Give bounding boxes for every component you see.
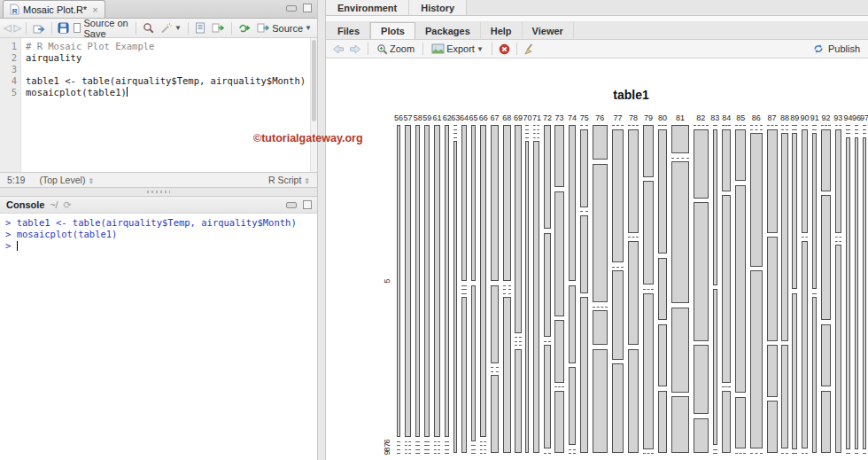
code-tools-wand-icon[interactable]: ▼ xyxy=(159,21,183,35)
code-editor[interactable]: 1 # R Mosaic Plot Example 2 airquality 3… xyxy=(0,38,317,172)
tab-plots[interactable]: Plots xyxy=(370,22,415,39)
x-tick-label: 85 xyxy=(736,113,745,122)
open-in-new-window-icon[interactable] xyxy=(31,22,47,35)
goto-directory-icon[interactable]: ⟳ xyxy=(63,199,71,211)
mosaic-zero-cell xyxy=(503,289,511,290)
source-button[interactable]: Source ▼ xyxy=(255,21,314,35)
mosaic-cell xyxy=(821,195,830,320)
maximize-icon[interactable] xyxy=(303,4,312,12)
mosaic-cell xyxy=(480,125,486,437)
tab-history[interactable]: History xyxy=(409,0,467,15)
mosaic-zero-cell xyxy=(812,125,818,126)
line-number: 1 xyxy=(0,41,21,52)
mosaic-cell xyxy=(722,129,731,191)
forward-icon[interactable]: ▷ xyxy=(13,22,20,34)
mosaic-column xyxy=(792,125,797,453)
console-output[interactable]: > table1 <- table(airquality$Temp, airqu… xyxy=(0,214,317,460)
mosaic-cell xyxy=(612,270,624,360)
mosaic-zero-cell xyxy=(812,129,818,130)
x-tick-label: 69 xyxy=(514,113,523,122)
mosaic-cell xyxy=(628,349,639,453)
tab-packages[interactable]: Packages xyxy=(415,22,481,39)
mosaic-cell xyxy=(863,137,866,449)
vertical-splitter[interactable] xyxy=(317,0,326,460)
run-line-icon[interactable] xyxy=(210,21,227,35)
mosaic-cell xyxy=(812,133,818,289)
mosaic-cell xyxy=(405,125,411,437)
divider xyxy=(136,22,136,35)
mosaic-zero-cell xyxy=(515,337,521,338)
mosaic-column xyxy=(445,125,450,453)
mosaic-zero-cell xyxy=(767,125,778,126)
x-tick-label: 87 xyxy=(767,113,776,122)
x-tick-label: 92 xyxy=(822,113,831,122)
tab-close-icon[interactable]: × xyxy=(92,4,97,15)
console-pane-controls xyxy=(286,200,312,209)
line-number: 5 xyxy=(0,87,21,98)
mosaic-zero-cell xyxy=(453,125,457,126)
mosaic-column xyxy=(767,125,778,453)
mosaic-column xyxy=(580,125,588,453)
mosaic-zero-cell xyxy=(480,441,486,442)
x-tick-label: 75 xyxy=(580,113,589,122)
maximize-icon[interactable] xyxy=(303,200,312,209)
tab-files[interactable]: Files xyxy=(328,22,370,39)
x-tick-label: 70 xyxy=(523,113,531,122)
mosaic-zero-cell xyxy=(612,125,624,126)
tab-mosaic-plot-r[interactable]: R Mosaic Plot.R* × xyxy=(3,0,105,18)
file-type-selector[interactable]: R Script⇕ xyxy=(268,175,310,185)
mosaic-cell xyxy=(424,125,430,437)
source-on-save-checkbox[interactable] xyxy=(74,23,81,33)
mosaic-zero-cell xyxy=(515,341,521,342)
mosaic-cell xyxy=(569,125,577,281)
mosaic-zero-cell xyxy=(855,133,858,134)
mosaic-cell xyxy=(671,161,689,303)
save-icon[interactable] xyxy=(56,21,71,35)
mosaic-cell xyxy=(846,137,851,449)
next-plot-icon[interactable] xyxy=(349,44,361,54)
mosaic-zero-cell xyxy=(802,453,808,454)
mosaic-cell xyxy=(471,125,477,281)
previous-plot-icon[interactable] xyxy=(332,44,345,54)
compile-notebook-icon[interactable] xyxy=(193,21,207,35)
back-icon[interactable]: ◁ xyxy=(4,22,11,34)
divider xyxy=(26,22,27,35)
mosaic-zero-cell xyxy=(628,125,639,126)
scrollbar-thumb[interactable] xyxy=(312,40,316,121)
mosaic-zero-cell xyxy=(554,386,563,387)
tab-help[interactable]: Help xyxy=(481,22,523,39)
mosaic-zero-cell xyxy=(405,445,411,446)
find-replace-icon[interactable] xyxy=(141,21,156,35)
mosaic-zero-cell xyxy=(461,285,467,286)
tab-environment[interactable]: Environment xyxy=(326,0,409,15)
clear-all-plots-broom-icon[interactable] xyxy=(523,43,535,55)
editor-scrollbar[interactable] xyxy=(310,38,317,172)
remove-plot-icon[interactable] xyxy=(499,43,510,55)
mosaic-zero-cell xyxy=(491,367,499,368)
mosaic-zero-cell xyxy=(713,449,718,450)
minimize-icon[interactable] xyxy=(286,202,297,208)
mosaic-zero-cell xyxy=(694,125,709,126)
mosaic-zero-cell xyxy=(750,125,763,126)
mosaic-cell xyxy=(612,129,624,263)
export-plot-button[interactable]: Export ▼ xyxy=(430,43,485,55)
minimize-icon[interactable] xyxy=(286,5,297,12)
horizontal-splitter[interactable] xyxy=(0,187,317,197)
x-tick-label: 67 xyxy=(490,113,499,122)
mosaic-zero-cell xyxy=(835,125,841,126)
code-text: table1 <- table(airquality$Temp, airqual… xyxy=(21,75,306,87)
divider xyxy=(516,43,517,55)
mosaic-zero-cell xyxy=(569,449,577,450)
console-line: > mosaicplot(table1) xyxy=(5,229,317,240)
x-tick-label: 80 xyxy=(658,113,667,122)
scope-selector[interactable]: (Top Level)⇕ xyxy=(39,175,94,185)
zoom-plot-button[interactable]: Zoom xyxy=(375,43,416,56)
x-tick-label: 97 xyxy=(860,113,868,122)
publish-button[interactable]: Publish xyxy=(812,43,862,54)
mosaic-zero-cell xyxy=(722,386,731,387)
tab-viewer[interactable]: Viewer xyxy=(523,22,574,39)
x-tick-label: 94 xyxy=(843,113,852,122)
x-tick-label: 93 xyxy=(833,113,842,122)
rerun-previous-icon[interactable] xyxy=(236,21,252,35)
mosaic-zero-cell xyxy=(424,449,430,450)
